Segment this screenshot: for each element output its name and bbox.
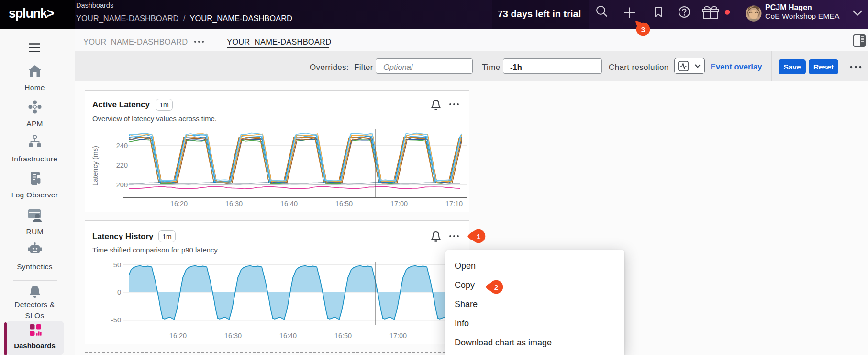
svg-text:3: 3 (641, 25, 645, 34)
svg-text:2: 2 (494, 283, 499, 291)
svg-text:16:40: 16:40 (279, 332, 297, 340)
svg-text:17:10: 17:10 (445, 200, 463, 207)
svg-text:16:30: 16:30 (224, 332, 242, 340)
svg-text:16:40: 16:40 (280, 200, 298, 207)
svg-text:1: 1 (477, 232, 481, 240)
svg-text:220: 220 (116, 161, 128, 169)
svg-text:17:00: 17:00 (389, 332, 407, 340)
svg-text:16:20: 16:20 (170, 200, 188, 207)
svg-text:240: 240 (116, 142, 128, 149)
svg-text:50: 50 (113, 261, 121, 269)
svg-text:16:50: 16:50 (335, 200, 353, 207)
svg-text:16:20: 16:20 (169, 332, 187, 340)
svg-text:0: 0 (117, 288, 121, 296)
svg-text:-50: -50 (111, 316, 121, 324)
svg-text:16:30: 16:30 (225, 200, 243, 207)
svg-text:16:50: 16:50 (334, 332, 352, 340)
svg-text:17:00: 17:00 (390, 200, 408, 207)
svg-text:Latency (ms): Latency (ms) (91, 146, 99, 186)
svg-text:200: 200 (116, 181, 128, 189)
